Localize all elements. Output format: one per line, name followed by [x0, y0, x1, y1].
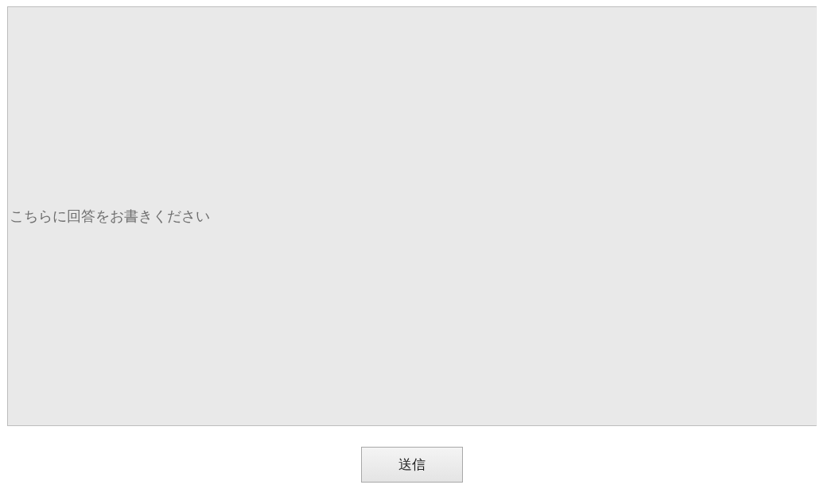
submit-button[interactable]: 送信 [361, 447, 463, 483]
answer-textarea[interactable]: こちらに回答をお書きください [7, 6, 817, 426]
button-row: 送信 [0, 447, 824, 483]
form-container: こちらに回答をお書きください 送信 [0, 0, 824, 504]
